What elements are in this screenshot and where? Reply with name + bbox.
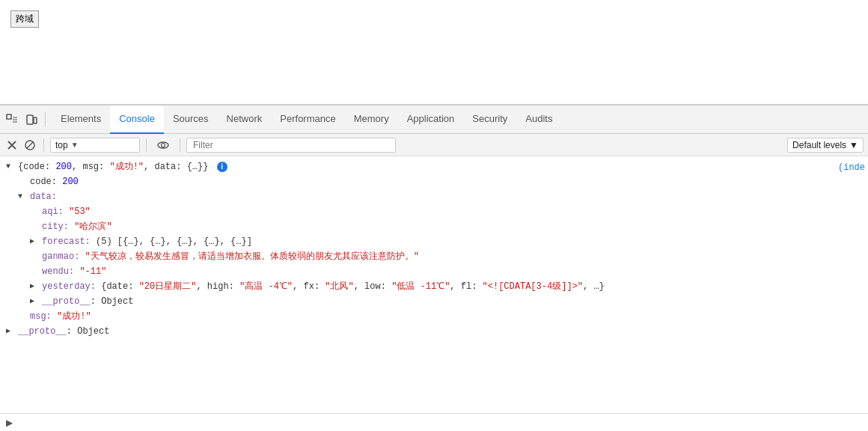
console-line-city: city: "哈尔滨": [0, 219, 868, 234]
expand-forecast-icon[interactable]: ▶: [30, 235, 34, 248]
filter-input[interactable]: [186, 138, 396, 153]
svg-rect-2: [34, 117, 37, 123]
console-line-proto1: ▶ __proto__: Object: [0, 294, 868, 309]
info-icon: i: [217, 162, 227, 172]
city-key: city:: [42, 221, 74, 232]
tab-security[interactable]: Security: [463, 106, 516, 134]
tab-network[interactable]: Network: [218, 106, 272, 134]
console-line-root: ▼ {code: 200, msg: "成功!", data: {…}} i: [0, 159, 868, 174]
proto2-key: __proto__: [18, 326, 67, 337]
yesterday-fx-val: "北风": [325, 281, 353, 292]
tab-performance[interactable]: Performance: [271, 106, 344, 134]
console-line-forecast: ▶ forecast: (5) [{…}, {…}, {…}, {…}, {…}…: [0, 234, 868, 249]
clear-console-icon[interactable]: [4, 138, 19, 153]
yesterday-high-key: , high:: [196, 281, 239, 292]
yesterday-rest: , …}: [583, 281, 605, 292]
toolbar-sep-2: [146, 138, 147, 152]
console-line-yesterday: ▶ yesterday: {date: "20日星期二", high: "高温 …: [0, 279, 868, 294]
yesterday-fx-key: , fx:: [293, 281, 325, 292]
tab-memory[interactable]: Memory: [345, 106, 398, 134]
svg-line-4: [27, 141, 34, 148]
data-key: data:: [30, 192, 57, 202]
yesterday-low-key: , low:: [354, 281, 391, 292]
block-icon[interactable]: [22, 138, 37, 153]
console-line-code: code: 200: [0, 174, 868, 189]
yesterday-date: "20日星期二": [139, 281, 197, 292]
expand-proto2-icon[interactable]: ▶: [6, 325, 10, 338]
tab-bar: Elements Console Sources Network Perform…: [0, 106, 868, 134]
yesterday-key: yesterday:: [42, 281, 101, 292]
log-level-label: Default levels: [792, 140, 846, 150]
device-icon[interactable]: [24, 112, 39, 127]
tab-bar-icons: [4, 112, 46, 127]
yesterday-high-val: "高温 -4℃": [239, 281, 293, 292]
expand-data-icon[interactable]: ▼: [18, 190, 22, 204]
page-area: 跨域: [0, 0, 868, 105]
tab-console[interactable]: Console: [110, 106, 164, 134]
log-level-select[interactable]: Default levels ▼: [787, 138, 864, 153]
city-val: "哈尔滨": [74, 221, 111, 232]
console-line-data: ▼ data:: [0, 189, 868, 204]
proto1-key: __proto__: [42, 296, 91, 307]
code-key: code:: [30, 177, 62, 187]
aqi-val: "53": [69, 207, 91, 217]
console-line-ganmao: ganmao: "天气较凉，较易发生感冒，请适当增加衣服。体质较弱的朋友尤其应该…: [0, 249, 868, 264]
expand-root-icon[interactable]: ▼: [6, 160, 10, 174]
wendu-key: wendu:: [42, 266, 79, 277]
root-content: {code: 200, msg: "成功!", data: {…}}: [18, 162, 208, 172]
msg-val: "成功!": [57, 311, 91, 322]
console-output: (inde ▼ {code: 200, msg: "成功!", data: {……: [0, 156, 868, 413]
console-input-bar: ▶: [0, 413, 868, 431]
expand-proto1-icon[interactable]: ▶: [30, 295, 34, 308]
context-label: top: [55, 140, 68, 150]
toolbar-sep-1: [43, 138, 44, 152]
aqi-key: aqi:: [42, 207, 69, 217]
console-line-proto2: ▶ __proto__: Object: [0, 324, 868, 339]
inspect-icon[interactable]: [4, 112, 19, 127]
console-toolbar: top ▼ Default levels ▼: [0, 134, 868, 156]
proto2-type: : Object: [67, 326, 110, 337]
devtools-panel: Elements Console Sources Network Perform…: [0, 105, 868, 431]
svg-rect-1: [27, 115, 33, 124]
yesterday-brace: {date:: [101, 281, 138, 292]
context-selector[interactable]: top ▼: [50, 138, 140, 153]
tab-audits[interactable]: Audits: [516, 106, 561, 134]
wendu-val: "-11": [79, 266, 106, 277]
console-line-msg: msg: "成功!": [0, 309, 868, 324]
cross-origin-button[interactable]: 跨域: [10, 10, 39, 28]
yesterday-low-val: "低温 -11℃": [391, 281, 450, 292]
svg-point-6: [162, 143, 165, 147]
forecast-val: (5) [{…}, {…}, {…}, {…}, {…}]: [96, 236, 252, 247]
code-val: 200: [62, 177, 79, 187]
yesterday-fl-val: "<![CDATA[3-4级]]>": [483, 281, 583, 292]
context-arrow-icon: ▼: [71, 141, 79, 149]
prompt-icon: ▶: [6, 418, 13, 428]
tab-sources[interactable]: Sources: [164, 106, 218, 134]
forecast-key: forecast:: [42, 236, 96, 247]
expand-yesterday-icon[interactable]: ▶: [30, 280, 34, 293]
log-level-arrow-icon: ▼: [849, 140, 858, 150]
ganmao-val: "天气较凉，较易发生感冒，请适当增加衣服。体质较弱的朋友尤其应该注意防护。": [85, 251, 419, 262]
console-line-wendu: wendu: "-11": [0, 264, 868, 279]
proto1-type: : Object: [91, 296, 134, 307]
msg-key: msg:: [30, 311, 57, 322]
yesterday-fl-key: , fl:: [450, 281, 482, 292]
toolbar-sep-3: [180, 138, 180, 152]
tab-elements[interactable]: Elements: [52, 106, 110, 134]
svg-rect-0: [7, 114, 11, 119]
console-line-aqi: aqi: "53": [0, 204, 868, 219]
tab-application[interactable]: Application: [398, 106, 464, 134]
ganmao-key: ganmao:: [42, 251, 85, 262]
eye-icon[interactable]: [156, 138, 171, 153]
